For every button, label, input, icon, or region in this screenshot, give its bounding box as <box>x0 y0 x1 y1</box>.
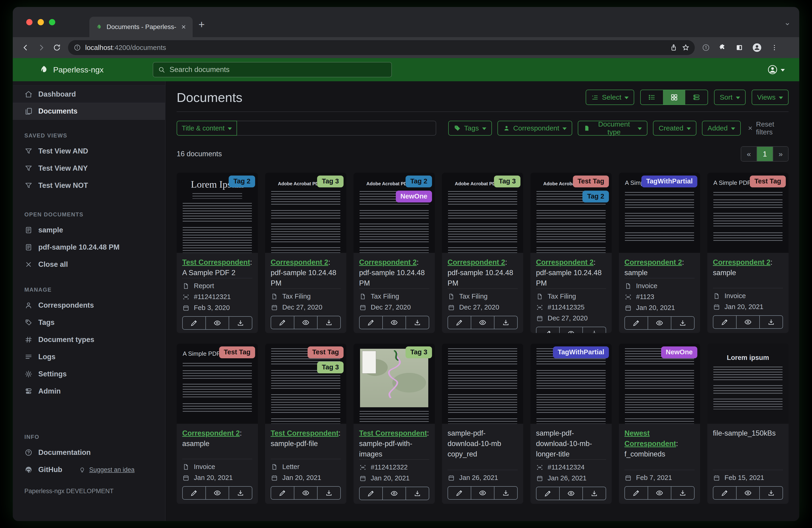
grid-view-button[interactable] <box>663 90 685 104</box>
sidebar-item-test-view-not[interactable]: Test View NOT <box>13 177 165 194</box>
share-icon[interactable] <box>670 44 678 52</box>
tag-badge[interactable]: Test Tag <box>573 175 609 187</box>
document-thumbnail[interactable]: A Simple PDF File Test Tag <box>177 344 258 424</box>
suggest-an-idea-link[interactable]: Suggest an idea <box>78 466 134 473</box>
sidebar-item-documentation[interactable]: Documentation <box>13 444 165 461</box>
view-button[interactable] <box>471 316 494 329</box>
edit-button[interactable] <box>713 316 736 328</box>
document-card[interactable]: Test TagTag 3 Test Correspondent: sample… <box>265 344 346 504</box>
current-page-button[interactable]: 1 <box>756 147 773 161</box>
search-input[interactable] <box>169 65 387 74</box>
filter-field-selector[interactable]: Title & content <box>177 121 237 135</box>
puzzle-icon[interactable] <box>719 43 727 52</box>
address-bar[interactable]: localhost:4200/documents <box>68 40 695 55</box>
created-filter-button[interactable]: Created <box>653 121 696 135</box>
new-tab-button[interactable]: + <box>199 19 205 30</box>
edit-button[interactable] <box>448 316 471 329</box>
correspondent-link[interactable]: Test Correspondent <box>182 258 250 266</box>
document-card[interactable]: A Simple PDF File TagWithPartial Corresp… <box>619 173 700 333</box>
tab-close-icon[interactable] <box>180 24 187 30</box>
app-brand[interactable]: Paperless-ngx <box>38 64 103 75</box>
document-card[interactable]: Tag 3 Test Correspondent: sample-pdf-wit… <box>353 344 435 504</box>
view-button[interactable] <box>205 487 229 499</box>
download-button[interactable] <box>671 317 694 329</box>
sidebar-item-test-view-any[interactable]: Test View ANY <box>13 160 165 177</box>
document-card[interactable]: TagWithPartial : sample-pdf-download-10-… <box>531 344 612 504</box>
sidebar-item-admin[interactable]: Admin <box>13 383 165 400</box>
url-text[interactable]: localhost:4200/documents <box>85 44 666 52</box>
user-menu[interactable] <box>767 64 785 75</box>
document-thumbnail[interactable]: TagWithPartial <box>531 344 612 424</box>
reset-filters-button[interactable]: Reset filters <box>747 120 788 136</box>
view-button[interactable] <box>294 316 317 329</box>
menu-dots-icon[interactable] <box>770 44 778 52</box>
document-card[interactable]: A Simple PDF File Test Tag Correspondent… <box>177 344 258 504</box>
correspondent-link[interactable]: Correspondent 2 <box>536 258 594 266</box>
document-thumbnail[interactable] <box>442 344 523 424</box>
document-card[interactable]: Adobe Acrobat PDF Files Test TagTag 2 Co… <box>531 173 612 333</box>
download-button[interactable] <box>229 487 252 499</box>
correspondent-link[interactable]: Correspondent 2 <box>448 258 505 266</box>
sidebar-item-dashboard[interactable]: Dashboard <box>13 85 165 103</box>
correspondent-filter-button[interactable]: Correspondent <box>497 121 572 135</box>
download-button[interactable] <box>494 487 517 499</box>
document-type-filter-button[interactable]: Document type <box>578 121 648 135</box>
reload-icon[interactable] <box>53 43 61 52</box>
document-thumbnail[interactable]: Lorem Ipsum Tag 2 <box>177 173 258 253</box>
chevron-down-icon[interactable] <box>784 20 791 27</box>
global-search[interactable] <box>153 62 392 77</box>
document-card[interactable]: Adobe Acrobat PDF Files Tag 3 Correspond… <box>442 173 523 333</box>
tag-badge[interactable]: Test Tag <box>750 175 786 187</box>
download-button[interactable] <box>759 316 783 328</box>
view-button[interactable] <box>559 487 582 500</box>
edit-button[interactable] <box>183 487 205 499</box>
browser-tab[interactable]: Documents - Paperless-ngx <box>89 17 193 37</box>
panel-icon[interactable] <box>735 43 743 52</box>
document-thumbnail[interactable]: Test TagTag 3 <box>265 344 346 424</box>
view-button[interactable] <box>648 487 671 499</box>
view-button[interactable] <box>648 317 671 329</box>
correspondent-link[interactable]: Test Correspondent <box>271 429 338 437</box>
info-icon[interactable] <box>74 44 81 51</box>
download-button[interactable] <box>317 487 340 499</box>
tag-badge[interactable]: Tag 2 <box>406 175 432 187</box>
document-thumbnail[interactable]: NewOne <box>619 344 700 424</box>
correspondent-link[interactable]: Newest Correspondent <box>624 429 676 448</box>
window-controls[interactable] <box>26 19 55 25</box>
views-button[interactable]: Views <box>752 90 788 105</box>
sidebar-item-close-all[interactable]: Close all <box>13 256 165 273</box>
document-thumbnail[interactable]: Adobe Acrobat PDF Files Tag 3 <box>442 173 523 253</box>
select-button[interactable]: Select <box>586 90 634 105</box>
document-card[interactable]: A Simple PDF File Test Tag Correspondent… <box>707 173 788 333</box>
edit-button[interactable] <box>536 487 559 500</box>
view-button[interactable] <box>382 316 406 329</box>
prev-page-button[interactable]: « <box>741 147 756 161</box>
correspondent-link[interactable]: Correspondent 2 <box>624 258 682 266</box>
sidebar-item-pdf-sample-10-24-48-pm[interactable]: pdf-sample 10.24.48 PM <box>13 239 165 256</box>
tags-filter-button[interactable]: Tags <box>448 121 492 135</box>
document-card[interactable]: Adobe Acrobat PDF Files Tag 3 Correspond… <box>265 173 346 333</box>
tag-badge[interactable]: Tag 3 <box>494 175 520 187</box>
correspondent-link[interactable]: Correspondent 2 <box>182 429 240 437</box>
tag-badge[interactable]: Tag 3 <box>317 361 344 373</box>
edit-button[interactable] <box>448 487 471 499</box>
tag-badge[interactable]: Tag 3 <box>317 175 344 187</box>
tag-badge[interactable]: Tag 3 <box>406 346 432 358</box>
view-button[interactable] <box>736 316 759 328</box>
edit-button[interactable] <box>360 487 382 500</box>
download-button[interactable] <box>494 316 517 329</box>
tag-badge[interactable]: TagWithPartial <box>641 175 697 187</box>
tag-badge[interactable]: Test Tag <box>219 346 255 358</box>
back-icon[interactable] <box>21 43 30 52</box>
sidebar-item-test-view-and[interactable]: Test View AND <box>13 143 165 160</box>
download-button[interactable] <box>406 316 429 329</box>
minimize-window-button[interactable] <box>38 19 44 25</box>
edit-button[interactable] <box>713 487 736 499</box>
download-button[interactable] <box>317 316 340 329</box>
edit-button[interactable] <box>625 487 648 499</box>
view-button[interactable] <box>205 317 229 329</box>
sort-button[interactable]: Sort <box>714 90 745 105</box>
document-card[interactable]: NewOne Newest Correspondent: f_combineds… <box>619 344 700 504</box>
download-button[interactable] <box>406 487 429 500</box>
download-button[interactable] <box>671 487 694 499</box>
